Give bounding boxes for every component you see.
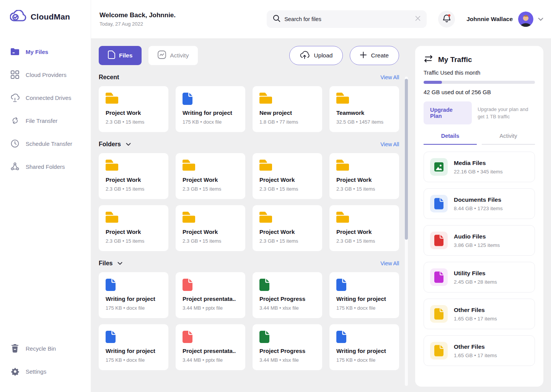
card-meta: 175 KB • docx file <box>183 119 238 125</box>
tab-activity-label: Activity <box>170 52 189 59</box>
file-card[interactable]: Project Progress3.44 MB • xlsx file <box>253 272 322 318</box>
section-title: Files <box>99 260 112 267</box>
tab-files[interactable]: Files <box>99 46 142 65</box>
card-grid: Writing for project175 KB • docx filePro… <box>99 272 399 370</box>
file-card[interactable]: Project presentata..3.44 MB • pptx file <box>176 324 245 370</box>
file-card[interactable]: Writing for project175 KB • docx file <box>176 86 245 132</box>
trash-icon <box>10 344 20 353</box>
card-title: Project Work <box>106 176 161 183</box>
view-all-link[interactable]: View All <box>380 260 399 266</box>
sidebar-item-file-transfer[interactable]: File Transfer <box>10 113 81 128</box>
sidebar-item-settings[interactable]: Settings <box>10 364 81 379</box>
file-card[interactable]: Writing for project175 KB • docx file <box>329 324 399 370</box>
folder-card[interactable]: Teamwork32.5 GB • 1457 items <box>329 86 399 132</box>
sidebar-item-schedule-transfer[interactable]: Schedule Transfer <box>10 136 81 151</box>
folder-card[interactable]: Project Work2.3 GB • 15 items <box>176 153 245 199</box>
scrollbar-thumb[interactable] <box>405 79 408 240</box>
sidebar-item-label: Recycle Bin <box>26 345 56 352</box>
sidebar-item-recycle-bin[interactable]: Recycle Bin <box>10 341 81 356</box>
welcome-text: Welcome Back, Johnnie. <box>99 11 176 19</box>
chevron-down-icon[interactable] <box>117 262 122 265</box>
traffic-tab-activity[interactable]: Activity <box>482 133 535 145</box>
grid-icon <box>10 70 20 79</box>
view-all-link[interactable]: View All <box>380 141 399 147</box>
traffic-tab-details[interactable]: Details <box>424 133 477 145</box>
upload-label: Upload <box>314 52 333 59</box>
file-card[interactable]: Project presentata..3.44 MB • pptx file <box>176 272 245 318</box>
create-label: Create <box>371 52 389 59</box>
folder-icon <box>336 160 392 173</box>
traffic-item-audio-files[interactable]: Audio Files3.86 GB • 125 items <box>424 225 535 256</box>
card-meta: 3.44 MB • xlsx file <box>259 305 315 311</box>
traffic-item-other-files[interactable]: Other Files1.65 GB • 17 items <box>424 299 535 329</box>
folder-card[interactable]: Project Work2.3 GB • 15 items <box>176 205 245 251</box>
search-clear-icon[interactable] <box>415 16 421 23</box>
file-icon <box>430 268 448 286</box>
folder-card[interactable]: Project Work2.3 GB • 15 items <box>99 153 168 199</box>
traffic-item-other-files[interactable]: Other Files1.65 GB • 17 items <box>424 335 535 366</box>
folder-icon <box>336 212 392 225</box>
card-title: Writing for project <box>183 109 238 116</box>
card-meta: 2.3 GB • 15 items <box>106 238 161 244</box>
folder-card[interactable]: Project Work2.3 GB • 15 items <box>253 153 322 199</box>
card-title: Project Work <box>106 229 161 235</box>
card-meta: 2.3 GB • 15 items <box>336 238 392 244</box>
chevron-down-icon[interactable] <box>538 18 543 21</box>
content: Files Activity Upload Create R <box>99 46 399 387</box>
upgrade-plan-button[interactable]: Upgrade Plan <box>424 101 472 124</box>
card-title: Project presentata.. <box>183 296 238 302</box>
file-icon <box>336 331 392 344</box>
card-title: Project Work <box>336 176 392 183</box>
traffic-item-documents-files[interactable]: Documents Files8.44 GB • 1723 items <box>424 188 535 219</box>
traffic-item-media-files[interactable]: Media Files22.16 GB • 345 items <box>424 152 535 182</box>
folder-icon <box>183 160 238 173</box>
traffic-tabs: DetailsActivity <box>424 133 535 145</box>
file-card[interactable]: Writing for project175 KB • docx file <box>99 272 168 318</box>
file-card[interactable]: Writing for project175 KB • docx file <box>329 272 399 318</box>
sidebar-item-label: Connected Drives <box>26 95 71 101</box>
cloud-upload-icon <box>300 51 310 60</box>
notifications-button[interactable] <box>438 11 455 28</box>
card-meta: 2.3 GB • 15 items <box>259 186 315 192</box>
folder-card[interactable]: Project Work2.3 GB • 15 items <box>329 205 399 251</box>
folder-icon <box>259 160 315 173</box>
traffic-item-meta: 1.65 GB • 17 items <box>454 353 497 358</box>
traffic-progress-fill <box>424 81 442 84</box>
folder-icon <box>183 212 238 225</box>
folder-icon <box>259 212 315 225</box>
view-all-link[interactable]: View All <box>380 74 399 80</box>
date-text: Today, 27 Aug 2022 <box>99 21 176 27</box>
sidebar-item-cloud-providers[interactable]: Cloud Providers <box>10 67 81 82</box>
traffic-item-meta: 2.45 GB • 28 items <box>454 279 497 285</box>
app-root: CloudMan My FilesCloud ProvidersConnecte… <box>0 0 551 392</box>
sidebar-nav: My FilesCloud ProvidersConnected DrivesF… <box>0 44 91 174</box>
traffic-item-utility-files[interactable]: Utility Files2.45 GB • 28 items <box>424 262 535 292</box>
file-card[interactable]: Project Progress3.44 MB • xlsx file <box>253 324 322 370</box>
folder-icon <box>106 93 161 106</box>
folder-card[interactable]: Project Work2.3 GB • 15 items <box>99 86 168 132</box>
card-meta: 175 KB • docx file <box>336 305 392 311</box>
search-input[interactable] <box>284 16 411 22</box>
card-title: Project Progress <box>259 296 315 302</box>
sections: RecentView AllProject Work2.3 GB • 15 it… <box>99 74 399 370</box>
chevron-down-icon[interactable] <box>126 143 131 146</box>
folder-card[interactable]: New project1.8 GB • 77 items <box>253 86 322 132</box>
upload-button[interactable]: Upload <box>289 46 343 65</box>
toolbar: Files Activity Upload Create <box>99 46 399 65</box>
sidebar-item-label: File Transfer <box>26 118 57 124</box>
sidebar-item-connected-drives[interactable]: Connected Drives <box>10 90 81 105</box>
folder-card[interactable]: Project Work2.3 GB • 15 items <box>253 205 322 251</box>
file-icon <box>183 279 238 292</box>
file-icon <box>106 331 161 344</box>
sidebar-item-shared-folders[interactable]: Shared Folders <box>10 159 81 174</box>
avatar[interactable] <box>518 11 533 27</box>
card-title: Project Work <box>336 229 392 235</box>
folder-card[interactable]: Project Work2.3 GB • 15 items <box>99 205 168 251</box>
sidebar-item-my-files[interactable]: My Files <box>10 44 81 59</box>
transfer-arrows-icon <box>424 55 433 64</box>
folder-card[interactable]: Project Work2.3 GB • 15 items <box>329 153 399 199</box>
tab-activity[interactable]: Activity <box>148 46 198 65</box>
create-button[interactable]: Create <box>350 46 399 65</box>
file-card[interactable]: Writing for project175 KB • docx file <box>99 324 168 370</box>
file-icon <box>430 195 448 212</box>
